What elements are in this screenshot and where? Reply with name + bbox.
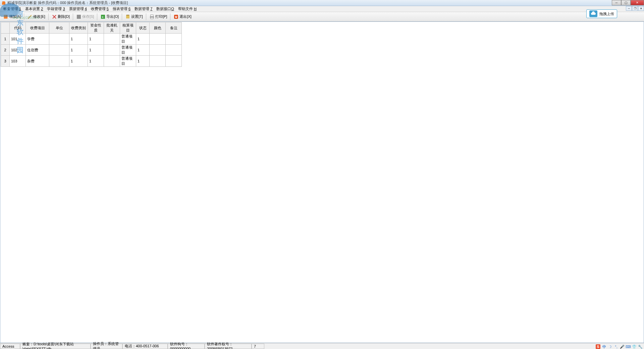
toolbar: 增加[A] 修改[E] 删除[D] 保存[S] X 导出[O] 设置[T] 打印…: [0, 12, 644, 21]
mdi-minimize-button[interactable]: ─: [626, 6, 632, 11]
separator: [24, 13, 24, 20]
separator: [146, 13, 146, 20]
save-label: 保存[S]: [82, 14, 94, 19]
add-label: 增加[A]: [9, 14, 21, 19]
save-icon: [76, 14, 82, 19]
export-button[interactable]: X 导出[O]: [99, 13, 120, 20]
print-icon: [149, 14, 155, 19]
separator: [48, 13, 49, 20]
menu-student[interactable]: 学籍管理 3: [45, 6, 67, 12]
menu-fees[interactable]: 收费管理 5: [89, 6, 111, 12]
settings-button[interactable]: 设置[T]: [123, 13, 145, 20]
separator: [122, 13, 122, 20]
svg-rect-4: [151, 15, 153, 16]
menu-reports[interactable]: 报表管理 6: [111, 6, 132, 12]
close-button[interactable]: ✕: [631, 0, 644, 5]
edit-button[interactable]: 修改[E]: [25, 13, 47, 20]
upload-label: 拖拽上传: [599, 11, 614, 16]
menu-tickets[interactable]: 票据管理 4: [67, 6, 89, 12]
separator: [97, 13, 97, 20]
titlebar: 精诚学院演示帐套 操作员代码：000 操作员姓名：系统管理员 - [收费项目] …: [0, 0, 644, 6]
mdi-child-controls: ─ ❐ ✕: [626, 6, 644, 11]
print-label: 打印[P]: [155, 14, 167, 19]
exit-button[interactable]: 退出[X]: [172, 13, 193, 20]
menubar: 帐套管理 1 基本设置 2 学籍管理 3 票据管理 4 收费管理 5 报表管理 …: [0, 6, 644, 12]
export-icon: X: [100, 14, 106, 19]
titlebar-text: 精诚学院演示帐套 操作员代码：000 操作员姓名：系统管理员 - [收费项目]: [7, 0, 128, 5]
print-button[interactable]: 打印[P]: [148, 13, 169, 20]
menu-interface[interactable]: 数据接口O: [154, 6, 176, 12]
add-button[interactable]: 增加[A]: [1, 13, 22, 20]
export-label: 导出[O]: [106, 14, 119, 19]
edit-icon: [27, 14, 33, 19]
exit-icon: [173, 14, 179, 19]
edit-label: 修改[E]: [33, 14, 45, 19]
add-icon: [3, 14, 8, 19]
separator: [170, 13, 170, 20]
window-controls: ─ ▢ ✕: [612, 0, 644, 5]
mdi-restore-button[interactable]: ❐: [632, 6, 638, 11]
minimize-button[interactable]: ─: [612, 0, 621, 5]
menu-help[interactable]: 帮助文件 H: [176, 6, 199, 12]
menu-account[interactable]: 帐套管理 1: [1, 6, 23, 12]
settings-icon: [125, 14, 130, 19]
delete-label: 删除[D]: [58, 14, 70, 19]
menu-basic-settings[interactable]: 基本设置 2: [23, 6, 45, 12]
upload-overlay[interactable]: 拖拽上传: [586, 9, 617, 18]
separator: [73, 13, 73, 20]
svg-rect-0: [77, 15, 81, 19]
svg-rect-8: [176, 15, 176, 17]
app-icon: [1, 0, 6, 6]
menu-data[interactable]: 数据管理 7: [132, 6, 154, 12]
delete-button[interactable]: 删除[D]: [50, 13, 71, 20]
svg-rect-5: [151, 17, 153, 19]
maximize-button[interactable]: ▢: [621, 0, 631, 5]
cloud-icon: [589, 10, 597, 17]
svg-text:X: X: [102, 15, 104, 19]
mdi-close-button[interactable]: ✕: [638, 6, 644, 11]
save-button: 保存[S]: [74, 13, 96, 20]
delete-icon: [52, 14, 57, 19]
exit-label: 退出[X]: [179, 14, 191, 19]
settings-label: 设置[T]: [131, 14, 143, 19]
